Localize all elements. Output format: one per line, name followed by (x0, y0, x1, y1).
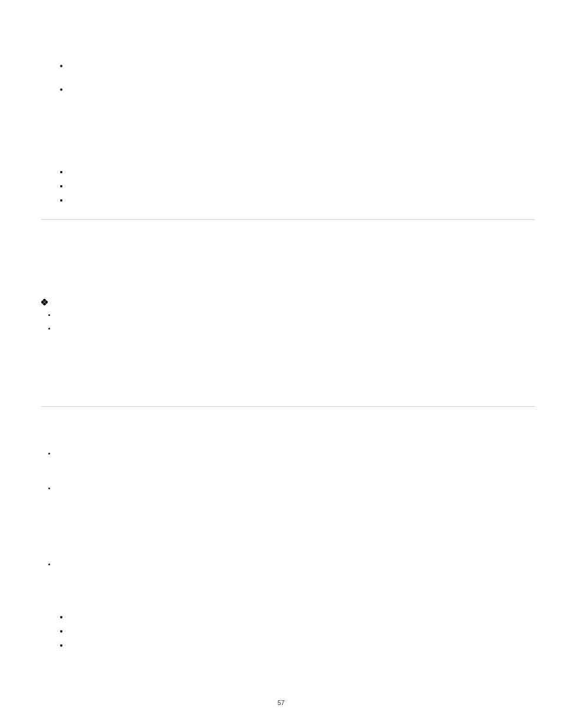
bullet-icon (48, 453, 50, 454)
list-item (48, 448, 535, 454)
page-number: 57 (277, 699, 285, 706)
bullet-icon (60, 644, 62, 647)
diamond-icon (41, 297, 48, 304)
document-page (0, 0, 562, 677)
list-item (48, 559, 535, 565)
list-item (48, 309, 535, 316)
bullet-icon (60, 88, 62, 91)
bullet-icon (60, 185, 62, 187)
list-item (60, 611, 535, 618)
list-item (48, 323, 535, 330)
list-item (48, 483, 535, 489)
list-item (60, 640, 535, 647)
diamond-section (41, 295, 535, 330)
bullet-icon (60, 171, 62, 173)
list-item (60, 166, 535, 173)
bullet-list (48, 448, 535, 565)
list-item (60, 180, 535, 187)
bullet-list (60, 166, 535, 202)
bullet-list (60, 611, 535, 647)
list-item (60, 84, 535, 91)
bullet-icon (60, 65, 62, 67)
bullet-icon (48, 314, 50, 316)
list-item (41, 295, 535, 304)
bullet-icon (60, 199, 62, 202)
bullet-icon (48, 564, 50, 565)
bullet-icon (60, 616, 62, 618)
bullet-list (60, 60, 535, 91)
list-item (60, 625, 535, 633)
bullet-icon (60, 630, 62, 633)
list-item (60, 60, 535, 67)
list-item (60, 195, 535, 202)
sub-bullet-list (48, 309, 535, 330)
bullet-icon (48, 328, 50, 330)
horizontal-divider (41, 219, 535, 220)
bullet-icon (48, 487, 50, 489)
horizontal-divider (41, 406, 535, 407)
